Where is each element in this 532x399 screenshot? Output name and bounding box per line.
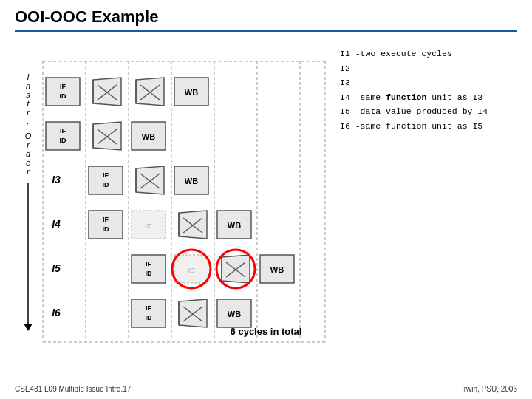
annotation-i4-text: I4 -same function unit as I3	[340, 92, 482, 102]
annotation-i2-text: I2	[340, 64, 350, 73]
svg-text:e: e	[26, 158, 30, 167]
svg-marker-41	[93, 122, 121, 150]
annotation-i5-text: I5 -data value produced by I4	[340, 106, 488, 116]
footer: CSE431 L09 Multiple Issue Intro.17 Irwin…	[15, 385, 517, 393]
svg-text:ID: ID	[146, 314, 153, 321]
svg-text:IF: IF	[60, 83, 66, 90]
svg-text:ID: ID	[146, 222, 153, 230]
svg-text:I3: I3	[52, 174, 61, 185]
svg-text:I: I	[27, 72, 29, 81]
svg-text:WB: WB	[185, 177, 198, 185]
svg-text:I6: I6	[52, 307, 61, 318]
annotation-i5: I5 -data value produced by I4	[340, 104, 517, 119]
svg-text:6 cycles in total: 6 cycles in total	[231, 326, 302, 337]
main-content: I n s t r . O r d e r	[15, 39, 517, 357]
annotation-i1: I1 -two execute cycles	[340, 47, 517, 61]
svg-text:ID: ID	[188, 267, 196, 274]
svg-text:I4: I4	[52, 218, 61, 230]
svg-text:ID: ID	[103, 225, 110, 233]
svg-marker-75	[222, 255, 250, 283]
svg-text:n: n	[26, 81, 30, 90]
svg-text:r: r	[27, 167, 30, 176]
svg-text:r: r	[27, 140, 30, 149]
svg-text:IF: IF	[146, 304, 152, 312]
annotation-i3-text: I3	[340, 78, 350, 87]
svg-rect-58	[89, 211, 123, 239]
svg-text:IF: IF	[103, 216, 109, 223]
svg-marker-51	[136, 166, 164, 194]
svg-rect-38	[46, 122, 80, 150]
svg-text:O: O	[25, 132, 32, 140]
svg-text:IF: IF	[146, 260, 152, 267]
annotation-i3: I3	[340, 75, 517, 90]
svg-text:I5: I5	[52, 262, 61, 274]
svg-rect-70	[132, 255, 166, 283]
svg-marker-12	[24, 324, 33, 331]
svg-rect-84	[132, 299, 166, 327]
svg-text:WB: WB	[228, 310, 241, 318]
footer-left: CSE431 L09 Multiple Issue Intro.17	[15, 385, 131, 393]
svg-text:r: r	[27, 108, 30, 117]
page-container: OOI-OOC Example I n s t r . O r d e r	[0, 0, 532, 399]
title-bar: OOI-OOC Example	[15, 7, 517, 32]
svg-text:ID: ID	[60, 92, 67, 100]
svg-marker-87	[179, 299, 207, 327]
svg-text:t: t	[27, 99, 30, 108]
annotation-i6: I6 -same function unit as I5	[340, 119, 517, 134]
svg-rect-48	[89, 166, 123, 194]
svg-marker-27	[93, 78, 121, 106]
annotation-i4: I4 -same function unit as I3	[340, 90, 517, 105]
svg-text:WB: WB	[185, 88, 198, 97]
footer-right: Irwin, PSU, 2005	[462, 385, 517, 393]
svg-text:WB: WB	[270, 265, 284, 274]
svg-text:d: d	[26, 149, 31, 158]
pipeline-area: I n s t r . O r d e r	[15, 39, 332, 357]
svg-text:ID: ID	[146, 270, 153, 277]
svg-marker-63	[179, 211, 207, 239]
annotations-panel: I1 -two execute cycles I2 I3 I4 -same fu…	[340, 39, 517, 357]
svg-text:ID: ID	[103, 181, 110, 188]
annotation-i2: I2	[340, 61, 517, 76]
annotation-i6-text: I6 -same function unit as I5	[340, 121, 482, 131]
pipeline-svg: I n s t r . O r d e r	[15, 39, 332, 357]
annotation-i1-text: I1 -two execute cycles	[340, 49, 452, 58]
svg-text:WB: WB	[228, 221, 241, 230]
svg-text:WB: WB	[142, 132, 155, 141]
svg-marker-31	[136, 78, 164, 106]
svg-text:.: .	[27, 117, 29, 126]
page-title: OOI-OOC Example	[15, 7, 158, 26]
svg-text:IF: IF	[60, 127, 66, 134]
svg-text:IF: IF	[103, 171, 109, 179]
svg-rect-24	[46, 78, 80, 106]
svg-text:s: s	[26, 90, 30, 99]
svg-text:ID: ID	[60, 137, 67, 144]
